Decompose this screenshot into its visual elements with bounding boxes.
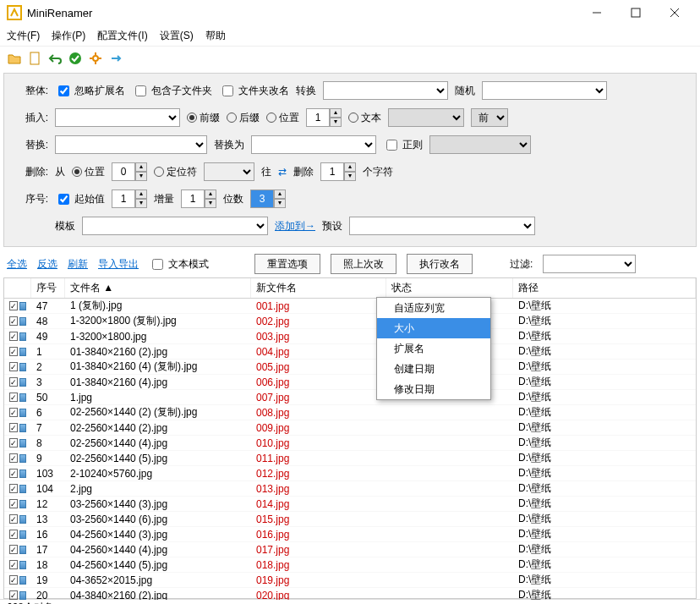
insert-select[interactable] xyxy=(55,108,180,127)
undo-button[interactable]: 照上次改 xyxy=(331,254,396,274)
suffix-radio[interactable]: 后缀 xyxy=(227,111,260,125)
row-checkbox[interactable]: ✓ xyxy=(9,560,18,569)
table-row[interactable]: ✓ 16 04-2560×1440 (3).jpg 016.jpg D:\壁纸 xyxy=(4,527,696,542)
row-checkbox[interactable]: ✓ xyxy=(9,408,18,417)
col-newname[interactable]: 新文件名 xyxy=(251,278,386,298)
table-row[interactable]: ✓ 8 02-2560×1440 (4).jpg 010.jpg D:\壁纸 xyxy=(4,436,696,451)
tpl-select[interactable] xyxy=(82,217,268,235)
random-select[interactable] xyxy=(482,81,607,100)
import-export-link[interactable]: 导入导出 xyxy=(98,257,139,272)
minimize-button[interactable] xyxy=(585,3,609,22)
doc-icon[interactable] xyxy=(27,51,42,66)
row-checkbox[interactable]: ✓ xyxy=(9,393,18,402)
col-filename[interactable]: 文件名 ▲ xyxy=(65,278,251,298)
close-button[interactable] xyxy=(663,3,686,22)
invert-link[interactable]: 反选 xyxy=(37,257,57,272)
table-row[interactable]: ✓ 50 1.jpg 007.jpg D:\壁纸 xyxy=(4,390,696,405)
table-row[interactable]: ✓ 47 1 (复制).jpg 001.jpg D:\壁纸 xyxy=(4,299,696,314)
table-row[interactable]: ✓ 1 01-3840×2160 (2).jpg 004.jpg D:\壁纸 xyxy=(4,344,696,360)
context-item[interactable]: 修改日期 xyxy=(377,379,490,399)
del-pos-spinner[interactable]: ▴▾ xyxy=(112,162,147,181)
table-row[interactable]: ✓ 17 04-2560×1440 (4).jpg 017.jpg D:\壁纸 xyxy=(4,542,696,557)
row-checkbox[interactable]: ✓ xyxy=(9,590,18,600)
row-checkbox[interactable]: ✓ xyxy=(9,362,18,371)
table-row[interactable]: ✓ 103 2-10240×5760.jpg 012.jpg D:\壁纸 xyxy=(4,466,696,481)
table-row[interactable]: ✓ 13 03-2560×1440 (6).jpg 015.jpg D:\壁纸 xyxy=(4,512,696,527)
maximize-button[interactable] xyxy=(624,3,648,22)
start-spinner[interactable]: ▴▾ xyxy=(112,189,147,208)
context-item[interactable]: 自适应列宽 xyxy=(377,298,490,318)
context-item[interactable]: 扩展名 xyxy=(377,338,490,359)
menu-help[interactable]: 帮助 xyxy=(205,29,226,43)
refresh-link[interactable]: 刷新 xyxy=(68,257,88,272)
table-row[interactable]: ✓ 3 01-3840×2160 (4).jpg 006.jpg D:\壁纸 xyxy=(4,375,696,390)
text-mode-checkbox[interactable]: 文本模式 xyxy=(149,256,209,272)
menu-action[interactable]: 操作(P) xyxy=(52,29,85,43)
del-loc-radio[interactable]: 定位符 xyxy=(154,165,197,179)
replace-to-select[interactable] xyxy=(251,135,376,154)
execute-button[interactable]: 执行改名 xyxy=(407,254,473,274)
table-row[interactable]: ✓ 9 02-2560×1440 (5).jpg 011.jpg D:\壁纸 xyxy=(4,451,696,466)
row-checkbox[interactable]: ✓ xyxy=(9,575,18,585)
start-checkbox[interactable]: 起始值 xyxy=(55,191,105,207)
table-row[interactable]: ✓ 7 02-2560×1440 (2).jpg 009.jpg D:\壁纸 xyxy=(4,420,696,436)
table-row[interactable]: ✓ 2 01-3840×2160 (4) (复制).jpg 005.jpg D:… xyxy=(4,360,696,375)
col-path[interactable]: 路径 xyxy=(513,278,696,298)
col-no[interactable]: 序号 xyxy=(31,278,65,298)
qian-select[interactable]: 前 xyxy=(471,108,508,127)
menu-settings[interactable]: 设置(S) xyxy=(160,29,194,43)
table-row[interactable]: ✓ 20 04-3840×2160 (2).jpg 020.jpg D:\壁纸 xyxy=(4,588,696,600)
table-row[interactable]: ✓ 49 1-3200×1800.jpg 003.jpg D:\壁纸 xyxy=(4,329,696,344)
regex-checkbox[interactable]: 正则 xyxy=(383,137,423,153)
row-checkbox[interactable]: ✓ xyxy=(9,499,18,508)
rename-folder-checkbox[interactable]: 文件夹改名 xyxy=(219,83,289,99)
row-checkbox[interactable]: ✓ xyxy=(9,469,18,478)
pos-radio[interactable]: 位置 xyxy=(266,111,299,125)
text-select[interactable] xyxy=(388,108,464,127)
ignore-ext-checkbox[interactable]: 忽略扩展名 xyxy=(55,83,125,99)
context-item[interactable]: 创建日期 xyxy=(377,359,490,379)
convert-select[interactable] xyxy=(323,81,448,100)
table-row[interactable]: ✓ 104 2.jpg 013.jpg D:\壁纸 xyxy=(4,481,696,497)
context-item[interactable]: 大小 xyxy=(377,318,490,338)
menu-config[interactable]: 配置文件(I) xyxy=(97,29,147,43)
select-all-link[interactable]: 全选 xyxy=(7,257,27,272)
gear-icon[interactable] xyxy=(88,51,103,66)
inc-spinner[interactable]: ▴▾ xyxy=(181,189,216,208)
folder-icon[interactable] xyxy=(7,51,22,66)
del-pos-radio[interactable]: 位置 xyxy=(72,165,105,179)
menu-file[interactable]: 文件(F) xyxy=(7,29,40,43)
replace-from-select[interactable] xyxy=(55,135,207,154)
table-row[interactable]: ✓ 12 03-2560×1440 (3).jpg 014.jpg D:\壁纸 xyxy=(4,497,696,512)
col-status[interactable]: 状态 xyxy=(386,278,513,298)
addto-link[interactable]: 添加到→ xyxy=(275,219,315,233)
filter-select[interactable] xyxy=(543,255,636,273)
row-checkbox[interactable]: ✓ xyxy=(9,332,18,341)
row-checkbox[interactable]: ✓ xyxy=(9,514,18,524)
undo-icon[interactable] xyxy=(47,51,63,66)
loc-select[interactable] xyxy=(204,162,254,181)
text-radio[interactable]: 文本 xyxy=(348,111,381,125)
table-row[interactable]: ✓ 18 04-2560×1440 (5).jpg 018.jpg D:\壁纸 xyxy=(4,557,696,573)
row-checkbox[interactable]: ✓ xyxy=(9,453,18,463)
regex-select[interactable] xyxy=(429,135,531,154)
include-sub-checkbox[interactable]: 包含子文件夹 xyxy=(132,83,212,99)
row-checkbox[interactable]: ✓ xyxy=(9,545,18,554)
pin-icon[interactable] xyxy=(108,51,123,66)
row-checkbox[interactable]: ✓ xyxy=(9,377,18,387)
row-checkbox[interactable]: ✓ xyxy=(9,301,18,310)
row-checkbox[interactable]: ✓ xyxy=(9,484,18,493)
reset-button[interactable]: 重置选项 xyxy=(254,254,320,274)
prefix-radio[interactable]: 前缀 xyxy=(187,111,220,125)
pos-spinner[interactable]: ▴▾ xyxy=(306,108,342,127)
row-checkbox[interactable]: ✓ xyxy=(9,347,18,356)
row-checkbox[interactable]: ✓ xyxy=(9,423,18,432)
table-row[interactable]: ✓ 48 1-3200×1800 (复制).jpg 002.jpg D:\壁纸 xyxy=(4,314,696,329)
row-checkbox[interactable]: ✓ xyxy=(9,530,18,539)
digits-spinner[interactable]: ▴▾ xyxy=(250,189,286,208)
row-checkbox[interactable]: ✓ xyxy=(9,316,18,326)
table-row[interactable]: ✓ 19 04-3652×2015.jpg 019.jpg D:\壁纸 xyxy=(4,573,696,588)
table-row[interactable]: ✓ 6 02-2560×1440 (2) (复制).jpg 008.jpg D:… xyxy=(4,405,696,420)
check-icon[interactable] xyxy=(68,51,83,66)
preset-select[interactable] xyxy=(349,217,535,235)
